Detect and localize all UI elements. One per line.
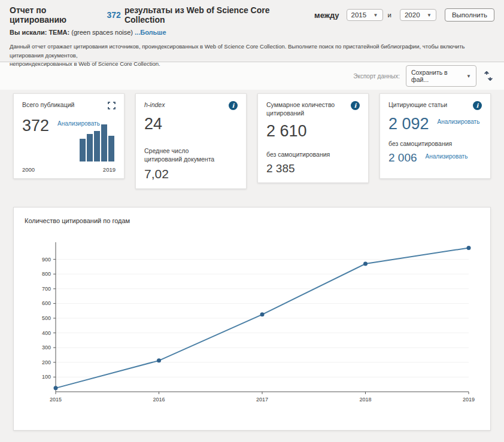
svg-text:300: 300 (42, 345, 51, 351)
page-title-prefix: Отчет по цитированию (10, 5, 104, 25)
year-to-dropdown[interactable]: 2020 ▼ (400, 9, 436, 21)
summary-cards: Всего публикаций 372 Анализировать 2000 … (13, 93, 491, 189)
searched-label: Вы искали: (10, 29, 47, 36)
card-h-index: h-index i 24 Среднее число цитирований д… (135, 93, 247, 189)
card-title: Суммарное количество цитирований (266, 101, 356, 117)
chart-title: Количество цитирований по годам (25, 217, 479, 224)
svg-text:2018: 2018 (359, 397, 371, 403)
card-title: h-index (144, 101, 165, 109)
avg-citations-value: 7,02 (144, 167, 238, 181)
search-query: (green spaces noise) (71, 29, 133, 36)
without-self-label: без самоцитирования (266, 150, 360, 158)
info-icon[interactable]: i (229, 101, 238, 110)
card-citing-articles: Цитирующие статьи i 2 092 Анализировать … (379, 93, 491, 179)
description-line-1: Данный отчет отражает цитирования источн… (10, 42, 494, 60)
export-dropdown-value: Сохранить в фай... (411, 69, 462, 83)
mini-bar (101, 124, 107, 161)
dashboard: Всего публикаций 372 Анализировать 2000 … (0, 90, 504, 431)
report-header: Отчет по цитированию 372 результаты из W… (0, 0, 504, 62)
card-title: Всего публикаций (22, 101, 74, 109)
h-index-value: 24 (144, 115, 238, 133)
card-title: Цитирующие статьи (388, 101, 447, 109)
mini-bar (94, 131, 100, 161)
chevron-down-icon: ▼ (427, 13, 432, 18)
topic-label: ТЕМА: (48, 29, 69, 36)
mini-chart-year-start: 2000 (22, 166, 35, 173)
analyze-link[interactable]: Анализировать (426, 153, 468, 160)
citations-line-chart: 1002003004005006007008009002015201620172… (25, 237, 479, 417)
and-label: и (388, 11, 391, 19)
svg-text:2019: 2019 (463, 397, 475, 403)
without-self-citing-value: 2 006 (388, 151, 417, 164)
expand-icon[interactable] (108, 101, 116, 112)
svg-text:2017: 2017 (256, 397, 268, 403)
result-count: 372 (107, 10, 121, 20)
svg-text:2016: 2016 (153, 397, 165, 403)
svg-text:900: 900 (42, 257, 51, 263)
mini-chart-year-end: 2019 (103, 166, 116, 173)
card-total-publications: Всего публикаций 372 Анализировать 2000 … (13, 93, 125, 179)
citations-per-year-card: Количество цитирований по годам 10020030… (13, 207, 491, 431)
info-icon[interactable]: i (351, 101, 360, 110)
export-label: Экспорт данных: (353, 73, 400, 80)
info-icon[interactable]: i (473, 101, 482, 110)
svg-text:800: 800 (42, 272, 51, 278)
collapse-panel-icon[interactable] (482, 70, 494, 82)
more-link[interactable]: ...Больше (135, 29, 166, 36)
mini-bar (108, 136, 114, 161)
year-from-dropdown[interactable]: 2015 ▼ (347, 9, 383, 21)
analyze-link[interactable]: Анализировать (438, 118, 480, 125)
without-self-value: 2 385 (266, 162, 360, 175)
export-dropdown[interactable]: Сохранить в фай... ▼ (406, 65, 476, 87)
svg-text:2015: 2015 (50, 397, 62, 403)
svg-text:200: 200 (42, 359, 51, 365)
avg-citations-label: Среднее число цитирований документа (144, 147, 228, 163)
year-from-value: 2015 (351, 11, 367, 19)
year-to-value: 2020 (405, 11, 420, 19)
run-button[interactable]: Выполнить (445, 8, 494, 22)
title-row: Отчет по цитированию 372 результаты из W… (10, 5, 494, 25)
svg-text:700: 700 (42, 286, 51, 292)
total-citations-value: 2 610 (266, 122, 360, 141)
publications-mini-bar-chart (80, 124, 114, 161)
card-total-citations: Суммарное количество цитирований i 2 610… (257, 93, 369, 183)
chevron-down-icon: ▼ (466, 74, 471, 79)
svg-text:600: 600 (42, 301, 51, 307)
publications-count: 372 (22, 117, 49, 135)
mini-bar (80, 139, 86, 161)
between-label: между (314, 11, 339, 20)
svg-text:400: 400 (42, 330, 51, 336)
citing-articles-value: 2 092 (388, 115, 429, 133)
chevron-down-icon: ▼ (374, 13, 378, 18)
page-title-suffix: результаты из Web of Science Core Collec… (125, 5, 308, 25)
svg-text:100: 100 (42, 374, 51, 380)
mini-bar (87, 134, 93, 162)
svg-text:500: 500 (42, 315, 51, 321)
without-self-label: без самоцитирования (388, 139, 482, 148)
searched-row: Вы искали: ТЕМА: (green spaces noise) ..… (10, 29, 494, 36)
